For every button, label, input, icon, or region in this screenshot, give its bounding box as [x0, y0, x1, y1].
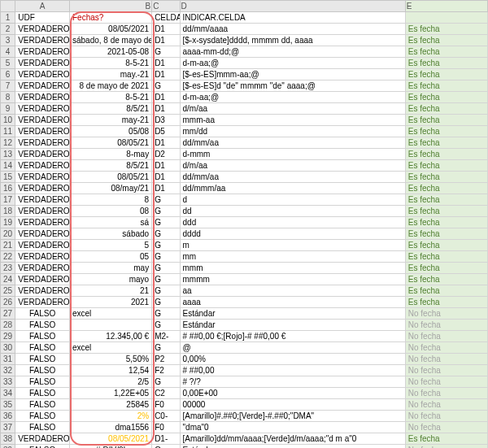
cell-celda[interactable]: D5 — [152, 126, 180, 137]
cell-udf[interactable]: FALSO — [15, 365, 70, 376]
cell-celda[interactable]: G — [152, 80, 180, 92]
header-e[interactable] — [405, 12, 487, 24]
cell-result[interactable]: No fecha — [405, 422, 487, 433]
row-num[interactable]: 36 — [1, 411, 15, 422]
cell-result[interactable]: Es fecha — [405, 35, 487, 46]
cell-result[interactable]: Es fecha — [405, 24, 487, 35]
row-num[interactable]: 3 — [1, 35, 15, 46]
cell-format[interactable]: d/m/aa — [180, 160, 405, 172]
row-num[interactable]: 31 — [1, 354, 15, 365]
cell-celda[interactable]: G — [152, 274, 180, 285]
cell-format[interactable]: dd/mm/aaaa — [180, 24, 405, 35]
cell-celda[interactable]: D1 — [152, 92, 180, 103]
header-indicar[interactable]: INDICAR.CELDA — [180, 12, 405, 24]
cell-format[interactable]: d-m-aa;@ — [180, 58, 405, 69]
cell-result[interactable]: No fecha — [405, 354, 487, 365]
row-num[interactable]: 14 — [1, 160, 15, 172]
cell-celda[interactable]: D1 — [152, 160, 180, 172]
cell-result[interactable]: Es fecha — [405, 172, 487, 183]
row-num[interactable]: 13 — [1, 149, 15, 160]
cell-result[interactable]: Es fecha — [405, 297, 487, 308]
cell-result[interactable]: Es fecha — [405, 263, 487, 274]
cell-result[interactable]: Es fecha — [405, 206, 487, 217]
cell-celda[interactable]: D1 — [152, 137, 180, 149]
cell-format[interactable]: d/m/aa — [180, 103, 405, 115]
cell-celda[interactable]: D1- — [152, 433, 180, 445]
cell-format[interactable]: d-mmm — [180, 149, 405, 160]
header-udf[interactable]: UDF — [15, 12, 70, 24]
cell-format[interactable]: aaaa-mm-dd;@ — [180, 46, 405, 58]
cell-result[interactable]: Es fecha — [405, 149, 487, 160]
cell-celda[interactable]: C2 — [152, 388, 180, 399]
cell-result[interactable]: Es fecha — [405, 115, 487, 126]
row-num[interactable]: 29 — [1, 331, 15, 342]
cell-udf[interactable]: FALSO — [15, 388, 70, 399]
cell-udf[interactable]: FALSO — [15, 399, 70, 411]
cell-value[interactable]: 08 — [69, 206, 151, 217]
cell-value[interactable]: 08/05/21 — [69, 172, 151, 183]
row-num[interactable]: 8 — [1, 92, 15, 103]
col-header-a[interactable]: A — [15, 1, 70, 12]
cell-celda[interactable]: D1 — [152, 183, 180, 194]
row-num[interactable]: 4 — [1, 46, 15, 58]
cell-celda[interactable]: D1 — [152, 24, 180, 35]
row-num[interactable]: 7 — [1, 80, 15, 92]
row-num[interactable]: 2 — [1, 24, 15, 35]
row-num[interactable]: 15 — [1, 172, 15, 183]
cell-result[interactable]: Es fecha — [405, 92, 487, 103]
cell-format[interactable]: d-m-aa;@ — [180, 92, 405, 103]
cell-value[interactable]: may — [69, 263, 151, 274]
cell-result[interactable]: No fecha — [405, 365, 487, 376]
cell-celda[interactable]: F2 — [152, 365, 180, 376]
cell-format[interactable]: dd/mm/aa — [180, 137, 405, 149]
cell-udf[interactable]: FALSO — [15, 445, 70, 449]
cell-celda[interactable]: D2 — [152, 149, 180, 160]
cell-udf[interactable]: FALSO — [15, 422, 70, 433]
cell-format[interactable]: mmm-aa — [180, 115, 405, 126]
cell-value[interactable]: 08/05/21 — [69, 137, 151, 149]
cell-udf[interactable]: FALSO — [15, 411, 70, 422]
row-num[interactable]: 16 — [1, 183, 15, 194]
cell-udf[interactable]: VERDADERO — [15, 103, 70, 115]
cell-udf[interactable]: VERDADERO — [15, 58, 70, 69]
corner-cell[interactable] — [1, 1, 15, 12]
cell-format[interactable]: mm — [180, 251, 405, 263]
cell-udf[interactable]: VERDADERO — [15, 285, 70, 297]
cell-udf[interactable]: FALSO — [15, 376, 70, 388]
cell-celda[interactable]: G — [152, 320, 180, 331]
cell-result[interactable]: Es fecha — [405, 251, 487, 263]
cell-result[interactable]: Es fecha — [405, 46, 487, 58]
row-num[interactable]: 1 — [1, 12, 15, 24]
cell-result[interactable]: Es fecha — [405, 160, 487, 172]
cell-value[interactable]: 8 de mayo de 2021 — [69, 80, 151, 92]
row-num[interactable]: 33 — [1, 376, 15, 388]
cell-celda[interactable]: D1 — [152, 58, 180, 69]
cell-value[interactable]: dma1556 — [69, 422, 151, 433]
cell-format[interactable]: # ##0,00 — [180, 365, 405, 376]
cell-celda[interactable]: F0 — [152, 422, 180, 433]
cell-value[interactable]: 5,50% — [69, 354, 151, 365]
cell-celda[interactable]: G — [152, 263, 180, 274]
row-num[interactable]: 17 — [1, 194, 15, 206]
cell-value[interactable]: excel — [69, 308, 151, 320]
cell-udf[interactable]: VERDADERO — [15, 297, 70, 308]
cell-udf[interactable]: VERDADERO — [15, 92, 70, 103]
cell-celda[interactable]: G — [152, 206, 180, 217]
cell-result[interactable]: Es fecha — [405, 69, 487, 80]
cell-format[interactable]: dd — [180, 206, 405, 217]
cell-celda[interactable]: G — [152, 217, 180, 228]
cell-result[interactable]: Es fecha — [405, 274, 487, 285]
col-header-d[interactable]: D — [180, 1, 405, 12]
cell-format[interactable]: # ##0,00 €;[Rojo]-# ##0,00 € — [180, 331, 405, 342]
cell-format[interactable]: # ?/? — [180, 376, 405, 388]
row-num[interactable]: 30 — [1, 342, 15, 354]
cell-celda[interactable]: D3 — [152, 115, 180, 126]
cell-udf[interactable]: FALSO — [15, 320, 70, 331]
row-num[interactable]: 20 — [1, 228, 15, 240]
cell-udf[interactable]: FALSO — [15, 342, 70, 354]
row-num[interactable]: 34 — [1, 388, 15, 399]
cell-value[interactable]: 8 — [69, 194, 151, 206]
cell-format[interactable]: Estándar — [180, 445, 405, 449]
cell-format[interactable]: [$-es-ES]mmm-aa;@ — [180, 69, 405, 80]
cell-udf[interactable]: VERDADERO — [15, 126, 70, 137]
